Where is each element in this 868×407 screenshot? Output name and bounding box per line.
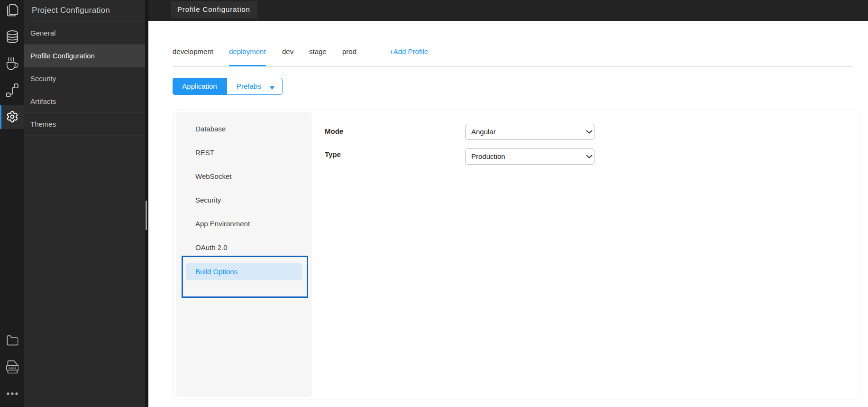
svg-text:LOG: LOG [9,366,17,370]
